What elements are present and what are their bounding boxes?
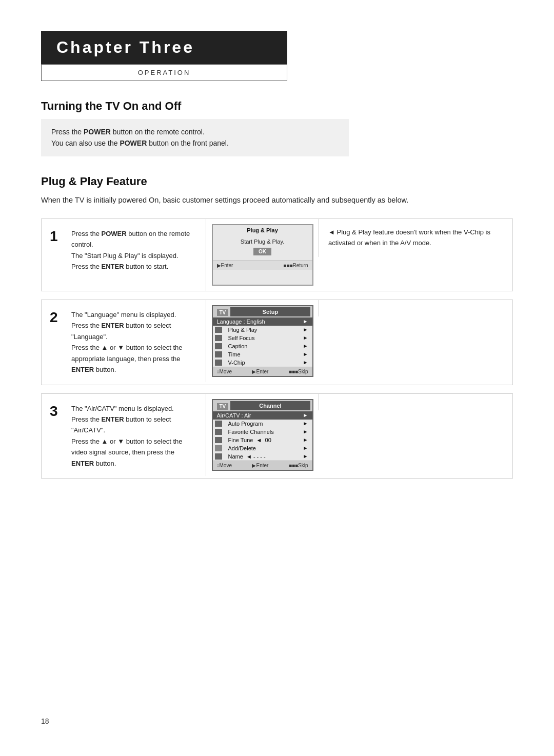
section1-title: Turning the TV On and Off	[41, 100, 513, 113]
step1-screen-header: Plug & Play	[213, 225, 312, 234]
step2-screen: TV Setup Language : English► Plug & Play…	[206, 300, 319, 382]
step3-screen: TV Channel Air/CATV : Air► Auto Program►…	[206, 394, 319, 476]
power-bold2: POWER	[120, 139, 147, 147]
step1-bold1: POWER	[102, 230, 127, 237]
step-row-1: 1 Press the POWER button on the remote c…	[41, 218, 513, 291]
icon9	[215, 445, 222, 451]
step2-bold3: ENTER	[71, 366, 94, 373]
step1-screen-line1: Start Plug & Play.	[217, 237, 308, 246]
step1-footer-right: ■■■Return	[283, 263, 308, 268]
step1-text: Press the POWER button on the remote con…	[71, 228, 197, 272]
step2-text: The "Language" menu is displayed. Press …	[71, 309, 197, 375]
power-bold1: POWER	[84, 128, 111, 136]
step3-screen-box: TV Channel Air/CATV : Air► Auto Program►…	[212, 399, 313, 471]
info-box: Press the POWER button on the remote con…	[41, 119, 349, 156]
intro-text: When the TV is initially powered On, bas…	[41, 194, 513, 206]
step2-sidenote	[319, 300, 512, 316]
step2-bold2: ENTER	[102, 322, 124, 329]
step2-row-1: Plug & Play►	[224, 326, 312, 334]
icon3	[215, 343, 222, 349]
step1-left: 1 Press the POWER button on the remote c…	[42, 219, 206, 282]
step3-bold2: ENTER	[102, 415, 124, 423]
icon2	[215, 335, 222, 341]
step1-footer-left: ▶Enter	[217, 263, 233, 268]
step3-number: 3	[50, 404, 65, 419]
step3-row-4: Add/Delete►	[224, 444, 312, 452]
chapter-subtitle: OPERATION	[41, 64, 287, 81]
step3-row-3: Fine Tune ◄ 00►	[224, 436, 312, 444]
step1-sidenote: ◄ Plug & Play feature doesn't work when …	[319, 219, 512, 257]
icon8	[215, 437, 222, 443]
step2-row-0: Language : English►	[213, 317, 312, 326]
chapter-title: Chapter Three	[41, 31, 287, 64]
steps-container: 1 Press the POWER button on the remote c…	[41, 218, 513, 487]
step1-screen: Plug & Play Start Plug & Play. OK ▶Enter…	[206, 219, 319, 291]
step-row-3: 3 The "Air/CATV" menu is displayed. Pres…	[41, 393, 513, 479]
icon10	[215, 453, 222, 460]
step1-number: 1	[50, 229, 65, 244]
info-line2: You can also use the POWER button on the…	[51, 137, 339, 149]
step2-screen-box: TV Setup Language : English► Plug & Play…	[212, 305, 313, 377]
step1-bold3: ENTER	[102, 263, 124, 270]
step2-screen-header: Setup	[230, 307, 310, 316]
step3-tv-label: TV	[217, 403, 229, 410]
step2-screen-body: Language : English► Plug & Play► Self Fo…	[213, 317, 312, 367]
step2-row-2: Self Focus►	[224, 334, 312, 342]
step3-row-2: Favorite Channels►	[224, 428, 312, 436]
step2-row-5: V-Chip►	[224, 359, 312, 367]
step3-screen-header: Channel	[230, 401, 310, 410]
step3-text: The "Air/CATV" menu is displayed. Press …	[71, 403, 197, 469]
step3-screen-body: Air/CATV : Air► Auto Program► Favorite C…	[213, 411, 312, 461]
step3-row-5: Name ◄ - - - -►	[224, 452, 312, 461]
step1-screen-box: Plug & Play Start Plug & Play. OK ▶Enter…	[212, 224, 313, 286]
page-number: 18	[41, 717, 49, 725]
step3-row-0: Air/CATV : Air►	[213, 411, 312, 420]
icon7	[215, 429, 222, 435]
step3-screen-footer: ↕Move ▶Enter ■■■Skip	[213, 461, 312, 470]
step3-sidenote	[319, 394, 512, 410]
info-line1: Press the POWER button on the remote con…	[51, 126, 339, 137]
step3-row-1: Auto Program►	[224, 420, 312, 428]
step1-screen-ok: OK	[253, 248, 271, 255]
step3-bold3: ENTER	[71, 460, 94, 467]
chapter-header: Chapter Three OPERATION	[41, 31, 513, 81]
icon6	[215, 421, 222, 427]
step1-screen-body: Start Plug & Play. OK	[213, 234, 312, 261]
step3-left: 3 The "Air/CATV" menu is displayed. Pres…	[42, 394, 206, 479]
step2-row-3: Caption►	[224, 342, 312, 350]
step2-tv-label: TV	[217, 309, 229, 316]
section2-title: Plug & Play Feature	[41, 175, 513, 188]
step2-left: 2 The "Language" menu is displayed. Pres…	[42, 300, 206, 385]
step2-row-4: Time►	[224, 350, 312, 359]
icon1	[215, 327, 222, 333]
step-row-2: 2 The "Language" menu is displayed. Pres…	[41, 300, 513, 385]
step1-screen-footer: ▶Enter ■■■Return	[213, 261, 312, 270]
icon5	[215, 360, 222, 366]
step2-number: 2	[50, 310, 65, 325]
step2-screen-footer: ↕Move ▶Enter ■■■Skip	[213, 367, 312, 376]
icon4	[215, 351, 222, 357]
